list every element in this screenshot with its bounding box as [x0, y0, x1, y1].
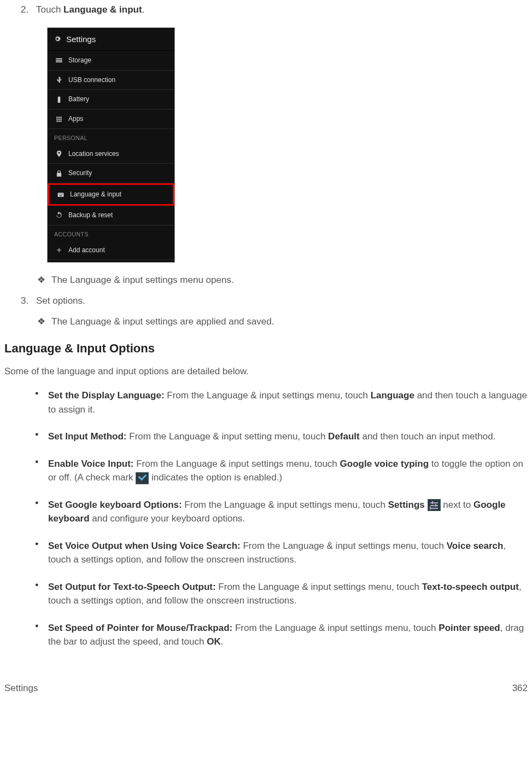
row-label: Add account	[68, 246, 105, 255]
row-usb[interactable]: USB connection	[48, 71, 174, 90]
option-tts: Set Output for Text-to-Speech Output: Fr…	[35, 580, 528, 608]
row-apps[interactable]: Apps	[48, 109, 174, 129]
options-list: Set the Display Language: From the Langu…	[35, 389, 528, 649]
sliders-icon	[428, 499, 441, 511]
footer-page-number: 362	[512, 682, 528, 695]
plus-icon	[55, 246, 63, 254]
row-language-input[interactable]: Language & input	[48, 183, 174, 206]
phone-title: Settings	[66, 33, 96, 45]
note-1: ❖ The Language & input settings menu ope…	[37, 274, 528, 287]
note-text: The Language & input settings are applie…	[51, 315, 274, 328]
text: Touch	[36, 4, 63, 15]
row-label: Apps	[68, 114, 83, 124]
row-label: Language & input	[70, 190, 121, 199]
text: From the Language & input settings menu,…	[241, 541, 447, 551]
bold: Google voice typing	[340, 459, 429, 469]
row-storage[interactable]: Storage	[48, 51, 174, 71]
bold: Set Voice Output when Using Voice Search…	[48, 541, 241, 551]
bold: Set Input Method:	[48, 431, 127, 442]
text: .	[142, 4, 145, 15]
restore-icon	[55, 211, 63, 219]
text: next to	[441, 500, 473, 510]
usb-icon	[55, 76, 63, 84]
step-2: 2. Touch Language & input.	[21, 3, 528, 16]
footer-section: Settings	[4, 682, 38, 695]
option-voice-input: Enable Voice Input: From the Language & …	[35, 457, 528, 485]
row-add-account[interactable]: Add account	[48, 241, 174, 260]
battery-icon	[55, 96, 63, 103]
bold-text: Language & input	[63, 4, 142, 15]
row-security[interactable]: Security	[48, 164, 174, 183]
row-backup[interactable]: Backup & reset	[48, 206, 174, 225]
phone-ui: Settings Storage USB connection Battery …	[47, 27, 175, 263]
row-battery[interactable]: Battery	[48, 90, 174, 109]
bold: Language	[371, 390, 414, 401]
bold: Default	[328, 431, 360, 442]
bold: Text-to-speech output	[422, 582, 519, 592]
text: From the Language & input settings menu,…	[216, 582, 422, 592]
gear-icon	[53, 34, 62, 43]
storage-icon	[55, 56, 63, 64]
text: From the Language & input setting menu, …	[127, 431, 329, 442]
section-accounts: ACCOUNTS	[48, 225, 174, 241]
option-google-keyboard: Set Google keyboard Options: From the La…	[35, 498, 528, 526]
bold: Set Output for Text-to-Speech Output:	[48, 582, 216, 592]
lock-icon	[55, 170, 63, 177]
text: .	[221, 636, 224, 647]
note-2: ❖ The Language & input settings are appl…	[37, 315, 528, 328]
row-label: Security	[68, 169, 92, 178]
checkmark-icon	[136, 472, 149, 484]
text: indicates the option is enabled.)	[149, 472, 282, 483]
bold: Pointer speed	[439, 623, 500, 633]
step-3: 3. Set options.	[21, 294, 528, 308]
page-footer: Settings 362	[4, 682, 528, 695]
bold: Enable Voice Input:	[48, 459, 133, 469]
bold: Settings	[388, 500, 425, 510]
step-number: 3.	[21, 294, 36, 308]
bold: Set the Display Language:	[48, 390, 165, 401]
subheading: Language & Input Options	[4, 340, 528, 357]
option-pointer-speed: Set Speed of Pointer for Mouse/Trackpad:…	[35, 621, 528, 649]
step-text: Set options.	[36, 294, 85, 308]
step-text: Touch Language & input.	[36, 3, 144, 16]
text: From the Language & input settings menu,…	[165, 390, 371, 401]
row-label: Backup & reset	[68, 211, 113, 220]
text: and then touch an input method.	[360, 431, 496, 442]
bold: Set Speed of Pointer for Mouse/Trackpad:	[48, 623, 232, 633]
row-location[interactable]: Location services	[48, 144, 174, 164]
screenshot: Settings Storage USB connection Battery …	[47, 27, 528, 263]
text: and configure your keyboard options.	[90, 513, 245, 524]
bold: Voice search	[447, 541, 504, 551]
diamond-bullet: ❖	[37, 274, 51, 287]
row-label: Location services	[68, 149, 119, 159]
row-label: Storage	[68, 56, 91, 65]
row-label: USB connection	[68, 76, 115, 85]
text: From the Language & input settings menu,…	[133, 459, 340, 469]
note-text: The Language & input settings menu opens…	[51, 274, 234, 287]
diamond-bullet: ❖	[37, 315, 51, 328]
keyboard-icon	[57, 191, 65, 199]
option-voice-search: Set Voice Output when Using Voice Search…	[35, 539, 528, 567]
section-personal: PERSONAL	[48, 129, 174, 144]
location-icon	[55, 150, 63, 158]
step-number: 2.	[21, 3, 36, 16]
row-label: Battery	[68, 95, 89, 104]
phone-header: Settings	[48, 28, 174, 51]
option-input-method: Set Input Method: From the Language & in…	[35, 430, 528, 444]
intro-paragraph: Some of the language and input options a…	[4, 365, 528, 378]
text: From the Language & input settings menu,…	[182, 500, 388, 510]
text: From the Language & input settings menu,…	[232, 623, 439, 633]
bold: OK	[207, 636, 221, 647]
option-display-language: Set the Display Language: From the Langu…	[35, 389, 528, 416]
apps-icon	[55, 115, 63, 123]
bold: Set Google keyboard Options:	[48, 500, 182, 510]
